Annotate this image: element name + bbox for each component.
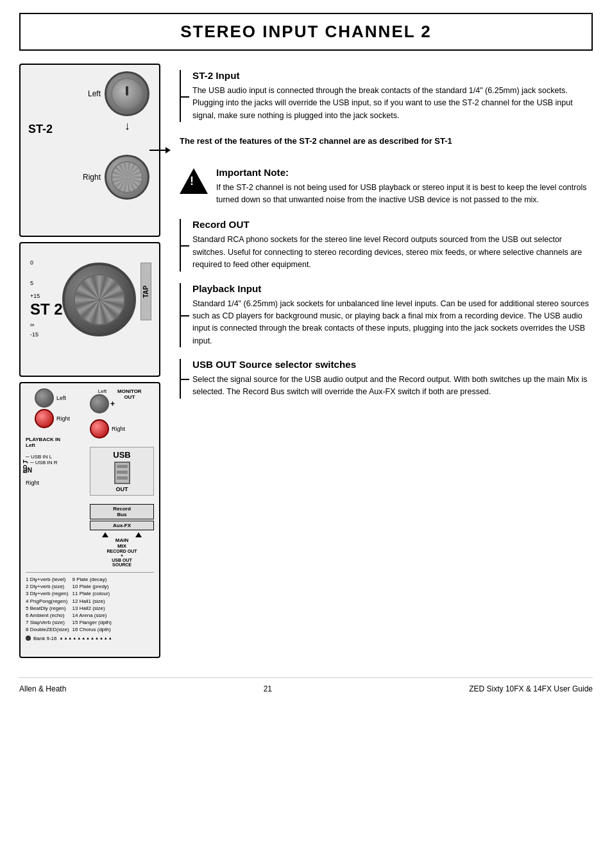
monitor-out-label-section: MONITOROUT bbox=[117, 388, 142, 400]
right-col: Left + MONITOROUT bbox=[90, 388, 154, 567]
left-panel: Left ST-2 ↓ Right bbox=[19, 64, 160, 658]
rest-features-body: The rest of the features of the ST-2 cha… bbox=[180, 135, 593, 148]
important-note-title: Important Note: bbox=[216, 167, 593, 178]
monitor-out-label: MONITOROUT bbox=[117, 388, 142, 400]
record-out-section: Record OUT Standard RCA phono sockets fo… bbox=[180, 219, 593, 271]
warning-triangle bbox=[180, 168, 208, 194]
playback-right-label: Right bbox=[26, 480, 87, 486]
fx-list-left: 1 Dly+verb (level) 2 Dly+verb (size) 3 D… bbox=[26, 576, 69, 634]
left-col: RD T Left Right bbox=[26, 388, 87, 567]
important-note-body: If the ST-2 channel is not being used fo… bbox=[216, 182, 593, 207]
monitor-right-knob[interactable] bbox=[35, 409, 54, 428]
record-out-body: Standard RCA phono sockets for the stere… bbox=[192, 234, 593, 271]
rdt-label: RD T bbox=[22, 435, 28, 473]
usb-label: USB bbox=[93, 450, 151, 460]
right-monitor-label: Right bbox=[56, 415, 70, 422]
aux-fx-box[interactable]: Aux-FX bbox=[90, 521, 154, 530]
monitor-right-group: Right bbox=[35, 409, 87, 428]
source-selector: RecordBus Aux-FX MAINMIX RECORD OUT+USB … bbox=[90, 502, 154, 567]
warning-icon bbox=[180, 168, 208, 197]
tap-label[interactable]: TAP bbox=[140, 263, 151, 320]
title-box: STEREO INPUT CHANNEL 2 bbox=[19, 13, 593, 51]
footer: Allen & Heath 21 ZED Sixty 10FX & 14FX U… bbox=[19, 677, 593, 693]
footer-center: 21 bbox=[264, 684, 272, 693]
main-layout: Left ST-2 ↓ Right bbox=[19, 64, 593, 658]
monitor-left-knob[interactable] bbox=[35, 388, 54, 408]
right-panel: ST-2 Input The USB audio input is connec… bbox=[173, 64, 593, 658]
monitor-left-out-knob[interactable] bbox=[90, 394, 109, 413]
important-note-content: Important Note: If the ST-2 channel is n… bbox=[216, 167, 593, 207]
fx-list-right: 9 Plate (decay) 10 Plate (predy) 11 Plat… bbox=[72, 576, 112, 634]
monitor-right-out-row: Right bbox=[90, 419, 154, 438]
right-input-knob[interactable] bbox=[105, 155, 149, 200]
usb-section: USB OUT bbox=[90, 447, 154, 496]
left-label: Left bbox=[88, 89, 101, 98]
fx-list-section: 1 Dly+verb (level) 2 Dly+verb (size) 3 D… bbox=[26, 572, 154, 634]
usb-out-title: USB OUT Source selector switches bbox=[192, 359, 593, 370]
left-monitor-label: Left bbox=[56, 395, 66, 401]
page-title: STEREO INPUT CHANNEL 2 bbox=[180, 22, 432, 41]
footer-right: ZED Sixty 10FX & 14FX User Guide bbox=[469, 684, 593, 693]
playback-input-title: Playback Input bbox=[192, 283, 593, 294]
usb-out-section: USB OUT Source selector switches Select … bbox=[180, 359, 593, 399]
playback-input-section: Playback Input Standard 1/4" (6.25mm) ja… bbox=[180, 283, 593, 348]
monitor-left-out-label: Left bbox=[90, 388, 115, 394]
two-arrows-indicator bbox=[90, 532, 154, 537]
monitor-left-group: Left bbox=[35, 388, 87, 408]
rest-features-section: The rest of the features of the ST-2 cha… bbox=[180, 135, 593, 148]
monitor-left-out: Left + bbox=[90, 388, 115, 413]
main-mix-label: MAINMIX bbox=[90, 537, 154, 549]
footer-left: Allen & Heath bbox=[19, 684, 66, 693]
bottom-inner: RD T Left Right bbox=[26, 388, 154, 567]
st2-input-section: ST-2 Input The USB audio input is connec… bbox=[180, 70, 593, 122]
st2-label: ST-2 bbox=[28, 123, 53, 136]
st2-input-body: The USB audio input is connected through… bbox=[192, 85, 593, 122]
record-out-label: RECORD OUT+USB OUTSOURCE bbox=[90, 549, 154, 567]
bank-label: Bank 9-16 ▲▲▲▲▲▲▲▲▲▲▲▲ bbox=[26, 636, 154, 641]
usb-out-label: OUT bbox=[93, 486, 151, 492]
usb-in-labels: ─ USB IN L + ─ USB IN R IN bbox=[26, 454, 87, 474]
usb-out-body: Select the signal source for the USB aud… bbox=[192, 374, 593, 399]
arrow-down-indicator: ↓ bbox=[124, 119, 130, 133]
monitor-right-out-knob[interactable] bbox=[90, 419, 109, 438]
st2-input-box: Left ST-2 ↓ Right bbox=[19, 64, 160, 237]
record-bus-box[interactable]: RecordBus bbox=[90, 504, 154, 519]
scale-marks: 0 5 +15 ∞ -15 bbox=[30, 259, 40, 338]
st2-input-title: ST-2 Input bbox=[192, 70, 593, 81]
level-knob[interactable] bbox=[62, 263, 136, 336]
playback-in-label: PLAYBACK INLeft bbox=[26, 437, 87, 448]
usb-connector bbox=[93, 462, 151, 484]
page: STEREO INPUT CHANNEL 2 Left bbox=[0, 0, 612, 868]
monitor-right-out-label: Right bbox=[112, 426, 125, 432]
right-label: Right bbox=[83, 173, 101, 182]
playback-input-body: Standard 1/4" (6.25mm) jack sockets for … bbox=[192, 298, 593, 348]
important-note-section: Important Note: If the ST-2 channel is n… bbox=[180, 167, 593, 207]
monitor-out-section: Left + MONITOROUT bbox=[90, 388, 154, 413]
st2-level-box: ST 2 0 5 +15 ∞ -15 bbox=[19, 242, 160, 377]
left-input-knob[interactable] bbox=[105, 71, 149, 116]
bottom-usb-box: RD T Left Right bbox=[19, 382, 160, 658]
record-out-title: Record OUT bbox=[192, 219, 593, 230]
